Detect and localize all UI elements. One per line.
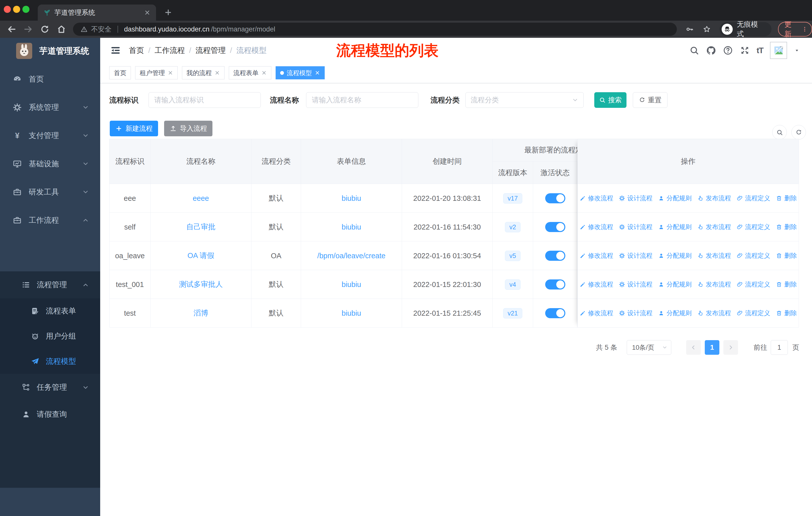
action-edit[interactable]: 修改流程 [579,194,613,202]
sidebar-item-task-mgmt[interactable]: 任务管理 [0,374,100,401]
action-delete[interactable]: 删除 [776,251,797,260]
action-publish[interactable]: 发布流程 [697,309,731,317]
avatar[interactable] [770,42,787,59]
action-design[interactable]: 设计流程 [619,223,652,231]
search-icon[interactable] [689,45,699,55]
bookmark-star-icon[interactable] [702,25,711,33]
active-toggle[interactable] [545,279,565,290]
password-key-icon[interactable] [686,25,694,33]
window-close-button[interactable] [4,6,11,13]
close-icon[interactable] [214,70,220,76]
more-menu-icon[interactable] [802,26,808,32]
close-icon[interactable] [261,70,267,76]
action-definition[interactable]: 流程定义 [736,194,770,202]
close-icon[interactable] [168,70,173,76]
browser-tab[interactable]: 芋道管理系统 [38,4,156,21]
action-publish[interactable]: 发布流程 [697,251,731,260]
address-bar[interactable]: 不安全 dashboard.yudao.iocoder.cn/bpm/manag… [73,23,677,36]
form-link[interactable]: /bpm/oa/leave/create [317,252,386,260]
action-assign[interactable]: 分配规则 [658,309,692,317]
action-publish[interactable]: 发布流程 [697,223,731,231]
github-icon[interactable] [706,45,716,55]
action-assign[interactable]: 分配规则 [658,280,692,289]
action-definition[interactable]: 流程定义 [736,251,770,260]
toggle-search-button[interactable] [772,125,787,140]
reload-icon[interactable] [40,24,50,34]
tab-tenant[interactable]: 租户管理 [135,66,178,79]
action-edit[interactable]: 修改流程 [579,251,613,260]
process-name-link[interactable]: eeee [193,194,209,202]
update-button[interactable]: 更新 [778,22,812,36]
current-page-button[interactable]: 1 [705,340,719,355]
active-toggle[interactable] [545,251,565,261]
sidebar-item-process-model[interactable]: 流程模型 [0,349,100,374]
action-definition[interactable]: 流程定义 [736,309,770,317]
action-assign[interactable]: 分配规则 [658,194,692,202]
sidebar-item-user-group[interactable]: 用户分组 [0,324,100,349]
window-minimize-button[interactable] [13,6,20,13]
close-icon[interactable] [315,70,320,76]
home-icon[interactable] [56,24,66,34]
action-design[interactable]: 设计流程 [619,194,652,202]
create-process-button[interactable]: 新建流程 [110,121,158,136]
process-name-link[interactable]: 滔博 [194,308,208,318]
form-link[interactable]: biubiu [342,309,361,318]
page-size-select[interactable]: 10条/页 [627,340,671,355]
caret-down-icon[interactable] [794,47,800,53]
tab-home[interactable]: 首页 [109,66,131,79]
action-definition[interactable]: 流程定义 [736,223,770,231]
back-icon[interactable] [6,24,17,34]
action-design[interactable]: 设计流程 [619,309,652,317]
action-assign[interactable]: 分配规则 [658,251,692,260]
refresh-table-button[interactable] [791,125,806,140]
action-design[interactable]: 设计流程 [619,251,652,260]
action-definition[interactable]: 流程定义 [736,280,770,289]
import-process-button[interactable]: 导入流程 [164,121,212,136]
action-edit[interactable]: 修改流程 [579,223,613,231]
sidebar-item-workflow[interactable]: 工作流程 [0,206,100,234]
action-delete[interactable]: 删除 [776,280,797,289]
reset-button[interactable]: 重置 [633,92,668,108]
tab-my-process[interactable]: 我的流程 [182,66,225,79]
prev-page-button[interactable] [686,340,701,355]
breadcrumb-item[interactable]: 首页 [129,45,144,56]
action-publish[interactable]: 发布流程 [697,194,731,202]
form-link[interactable]: biubiu [342,223,361,231]
tab-process-form[interactable]: 流程表单 [229,66,271,79]
help-icon[interactable] [723,45,733,55]
active-toggle[interactable] [545,308,565,318]
app-logo-row[interactable]: 芋道管理系统 [0,38,100,64]
sidebar-item-devtools[interactable]: 研发工具 [0,178,100,206]
active-toggle[interactable] [545,222,565,232]
active-toggle[interactable] [545,193,565,203]
close-icon[interactable] [144,9,150,16]
action-assign[interactable]: 分配规则 [658,223,692,231]
sidebar-item-leave-query[interactable]: 请假查询 [0,401,100,428]
action-edit[interactable]: 修改流程 [579,280,613,289]
form-link[interactable]: biubiu [342,280,361,289]
search-button[interactable]: 搜索 [594,92,627,108]
sidebar-item-payment[interactable]: 支付管理 [0,121,100,150]
new-tab-button[interactable] [162,6,174,18]
fullscreen-icon[interactable] [740,45,750,55]
process-name-input[interactable] [306,92,418,108]
sidebar-item-infra[interactable]: 基础设施 [0,150,100,178]
font-size-icon[interactable]: tT [757,46,763,55]
sidebar-collapse-icon[interactable] [110,45,121,56]
next-page-button[interactable] [723,340,738,355]
process-name-link[interactable]: OA 请假 [187,251,214,261]
action-delete[interactable]: 删除 [776,309,797,317]
action-edit[interactable]: 修改流程 [579,309,613,317]
sidebar-item-process-mgmt[interactable]: 流程管理 [0,271,100,298]
breadcrumb-item[interactable]: 流程管理 [196,45,226,56]
page-number-input[interactable] [771,340,788,355]
sidebar-item-home[interactable]: 首页 [0,65,100,93]
action-publish[interactable]: 发布流程 [697,280,731,289]
action-delete[interactable]: 删除 [776,194,797,202]
forward-icon[interactable] [23,24,33,34]
sidebar-item-process-form[interactable]: 流程表单 [0,298,100,324]
process-name-link[interactable]: 测试多审批人 [179,279,223,290]
breadcrumb-item[interactable]: 工作流程 [154,45,185,56]
action-design[interactable]: 设计流程 [619,280,652,289]
process-id-input[interactable] [148,92,261,108]
